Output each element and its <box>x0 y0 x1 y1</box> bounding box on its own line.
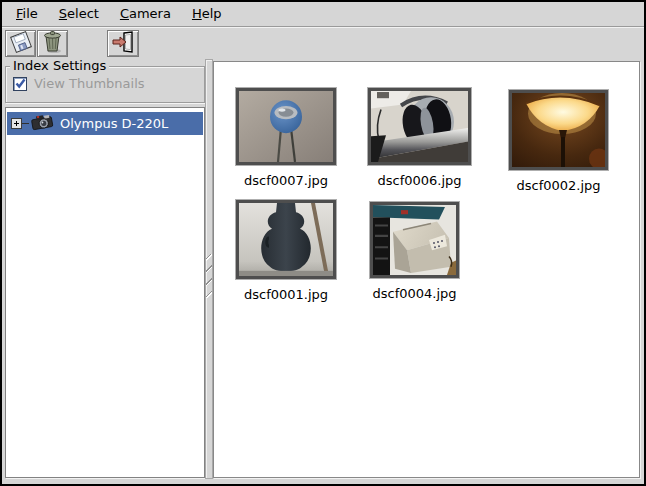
camera-tree[interactable]: Olympus D-220L <box>5 107 205 478</box>
photo-headphones[interactable] <box>368 88 471 165</box>
thumbnail-dscf0004[interactable]: dscf0004.jpg <box>370 202 459 301</box>
view-thumbnails-checkbox[interactable] <box>13 77 27 91</box>
save-button[interactable] <box>5 30 36 57</box>
thumbnail-dscf0006[interactable]: dscf0006.jpg <box>368 88 471 188</box>
menu-file[interactable]: File <box>8 3 46 25</box>
photo-blue-disc-capacitor[interactable] <box>236 88 336 165</box>
index-settings-frame: Index Settings View Thumbnails <box>5 66 205 103</box>
thumbnail-dscf0002[interactable]: dscf0002.jpg <box>509 90 608 193</box>
thumbnail-filename: dscf0007.jpg <box>236 173 336 188</box>
thumbnail-dscf0007[interactable]: dscf0007.jpg <box>236 88 336 188</box>
splitter-grip-icon <box>206 254 212 298</box>
expander-plus-icon[interactable] <box>11 118 22 129</box>
delete-button[interactable] <box>37 30 68 57</box>
photo-printer-desk[interactable] <box>370 202 459 278</box>
pane-splitter[interactable] <box>205 59 213 479</box>
menu-camera[interactable]: Camera <box>112 3 179 25</box>
thumbnail-dscf0001[interactable]: dscf0001.jpg <box>236 200 336 302</box>
thumbnail-filename: dscf0006.jpg <box>368 173 471 188</box>
floppy-disk-icon <box>9 30 33 58</box>
thumbnail-panel: dscf0007.jpg <box>213 61 640 478</box>
thumbnail-filename: dscf0004.jpg <box>370 286 459 301</box>
trash-can-icon <box>41 30 65 58</box>
exit-button[interactable] <box>107 30 139 57</box>
exit-door-icon <box>111 31 135 57</box>
toolbar <box>2 28 644 60</box>
gtkam-window: File Select Camera Help <box>0 0 646 486</box>
thumbnail-filename: dscf0002.jpg <box>509 178 608 193</box>
photo-floor-lamp[interactable] <box>509 90 608 170</box>
tree-item-camera[interactable]: Olympus D-220L <box>7 112 203 135</box>
tree-item-label: Olympus D-220L <box>60 116 168 131</box>
menu-select[interactable]: Select <box>51 3 107 25</box>
index-settings-title: Index Settings <box>10 58 109 73</box>
menu-help[interactable]: Help <box>184 3 230 25</box>
menu-bar: File Select Camera Help <box>2 2 644 27</box>
camera-icon <box>30 113 56 135</box>
view-thumbnails-row[interactable]: View Thumbnails <box>13 76 145 91</box>
view-thumbnails-label: View Thumbnails <box>34 76 145 91</box>
thumbnail-filename: dscf0001.jpg <box>236 287 336 302</box>
tree-connector-line <box>22 123 29 124</box>
check-icon <box>15 78 26 89</box>
photo-guitar-case[interactable] <box>236 200 336 279</box>
